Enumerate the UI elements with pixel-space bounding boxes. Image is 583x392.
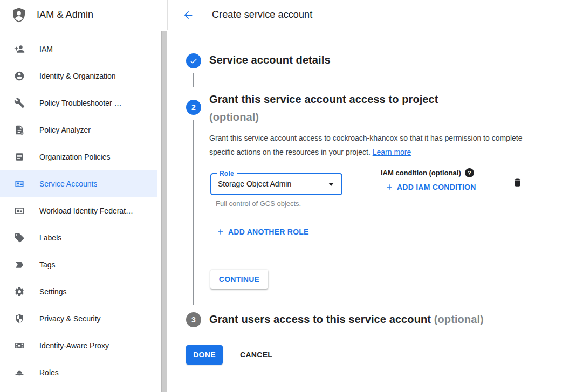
step2-description: Grant this service account access to coc… — [209, 131, 531, 159]
sidebar-item-policy-troubleshooter[interactable]: Policy Troubleshooter … — [0, 90, 157, 116]
person-add-icon — [14, 44, 25, 54]
sidebar-item-iam[interactable]: IAM — [0, 36, 157, 63]
sidebar-item-settings[interactable]: Settings — [0, 278, 157, 305]
document-lines-icon — [14, 152, 25, 162]
role-select[interactable]: Role Storage Object Admin — [210, 173, 342, 195]
iam-condition-section: IAM condition (optional) ? ADD IAM CONDI… — [381, 168, 476, 191]
step3-number: 3 — [191, 315, 196, 324]
wrench-icon — [14, 98, 25, 108]
sidebar-nav: IAM Identity & Organization Policy Troub… — [0, 30, 168, 386]
hat-icon — [14, 367, 25, 378]
main-content: Service account details 2 Grant this ser… — [168, 30, 583, 392]
step2-title: Grant this service account access to pro… — [209, 91, 438, 126]
chevron-down-icon — [328, 183, 334, 186]
service-account-key-icon — [14, 178, 25, 189]
sidebar-item-label: Service Accounts — [39, 180, 97, 188]
step1-complete-badge — [186, 53, 201, 68]
step-connector — [193, 73, 194, 87]
sidebar-item-identity-aware-proxy[interactable]: Identity-Aware Proxy — [0, 332, 157, 359]
tag-arrow-icon — [14, 259, 25, 270]
step2-badge: 2 — [186, 100, 201, 115]
sidebar: IAM Identity & Organization Policy Troub… — [0, 30, 168, 392]
plus-icon — [385, 183, 394, 191]
learn-more-link[interactable]: Learn more — [373, 148, 411, 156]
step3-badge: 3 — [186, 312, 201, 327]
delete-role-button[interactable] — [511, 176, 524, 189]
sidebar-item-label: Policy Troubleshooter … — [39, 99, 122, 107]
back-arrow-button[interactable] — [182, 9, 195, 22]
sidebar-item-label: Workload Identity Federat… — [39, 207, 133, 215]
step3-optional-label: (optional) — [434, 313, 484, 325]
sidebar-scrollbar[interactable] — [161, 31, 167, 392]
sidebar-item-label: Organization Policies — [39, 153, 111, 161]
step3-title-text: Grant users access to this service accou… — [209, 313, 431, 325]
help-icon[interactable]: ? — [465, 168, 474, 177]
sidebar-item-label: Policy Analyzer — [39, 126, 91, 134]
policy-analyzer-icon — [14, 125, 25, 135]
cancel-button[interactable]: CANCEL — [229, 345, 283, 365]
proxy-icon — [14, 340, 25, 351]
id-card-icon — [14, 205, 25, 216]
sidebar-item-label: IAM — [39, 45, 53, 53]
product-header: IAM & Admin — [0, 0, 168, 30]
check-icon — [189, 57, 198, 65]
sidebar-item-label: Settings — [39, 287, 67, 296]
done-button[interactable]: DONE — [186, 345, 223, 365]
add-another-role-label: ADD ANOTHER ROLE — [228, 228, 309, 236]
sidebar-item-label: Identity & Organization — [39, 72, 116, 80]
iam-condition-label: IAM condition (optional) — [381, 169, 461, 177]
role-helper-text: Full control of GCS objects. — [216, 200, 301, 208]
sidebar-item-labels[interactable]: Labels — [0, 224, 157, 251]
step2-optional-label: (optional) — [209, 108, 438, 126]
top-header: IAM & Admin Create service account — [0, 0, 583, 30]
add-another-role-button[interactable]: ADD ANOTHER ROLE — [216, 228, 309, 236]
step-connector — [193, 120, 194, 305]
add-iam-condition-button[interactable]: ADD IAM CONDITION — [385, 183, 476, 191]
sidebar-item-label: Labels — [39, 233, 61, 242]
trash-icon — [512, 177, 523, 188]
sidebar-item-workload-identity-federation[interactable]: Workload Identity Federat… — [0, 197, 157, 224]
plus-icon — [216, 228, 225, 236]
role-select-value: Storage Object Admin — [218, 174, 291, 194]
sidebar-item-identity-organization[interactable]: Identity & Organization — [0, 63, 157, 90]
sidebar-item-organization-policies[interactable]: Organization Policies — [0, 143, 157, 170]
sidebar-item-label: Tags — [39, 260, 56, 269]
sidebar-item-privacy-security[interactable]: Privacy & Security — [0, 305, 157, 332]
sidebar-item-label: Privacy & Security — [39, 314, 101, 323]
sidebar-item-roles[interactable]: Roles — [0, 359, 157, 386]
continue-button[interactable]: CONTINUE — [210, 270, 268, 289]
add-iam-condition-label: ADD IAM CONDITION — [397, 183, 476, 191]
page-header: Create service account — [168, 0, 583, 30]
step2-description-text: Grant this service account access to coc… — [209, 134, 523, 156]
gear-icon — [14, 286, 25, 297]
account-circle-icon — [14, 71, 25, 81]
sidebar-item-policy-analyzer[interactable]: Policy Analyzer — [0, 116, 157, 143]
shield-icon — [14, 313, 25, 324]
step2-title-line1: Grant this service account access to pro… — [209, 91, 438, 108]
sidebar-item-tags[interactable]: Tags — [0, 251, 157, 278]
page-title: Create service account — [212, 9, 312, 20]
sidebar-item-label: Identity-Aware Proxy — [39, 341, 109, 350]
sidebar-item-service-accounts[interactable]: Service Accounts — [0, 170, 157, 197]
step1-title: Service account details — [209, 54, 331, 66]
product-title: IAM & Admin — [37, 9, 93, 20]
iam-admin-shield-logo-icon — [11, 6, 27, 24]
step2-number: 2 — [191, 103, 196, 112]
step3-title: Grant users access to this service accou… — [209, 313, 484, 326]
sidebar-item-label: Roles — [39, 368, 59, 377]
label-tag-icon — [14, 232, 25, 243]
